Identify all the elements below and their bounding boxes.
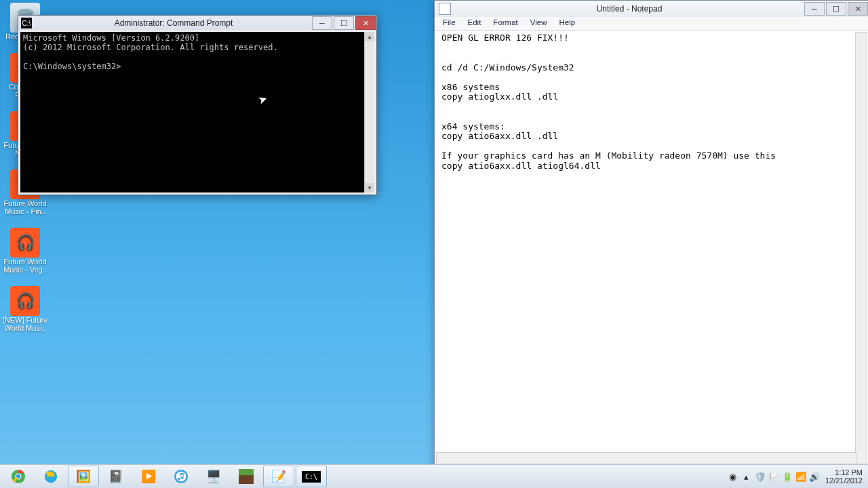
notepad-icon <box>439 3 451 15</box>
clock-date: 12/21/2012 <box>825 476 863 485</box>
monitor-icon: 🖥️ <box>206 469 221 484</box>
taskbar-ie[interactable] <box>35 466 66 487</box>
cmd-window[interactable]: C:\ Administrator: Command Prompt ─ ☐ ✕ … <box>18 15 377 195</box>
desktop-icon-music4[interactable]: 🎧 [NEW] Future World Musi.. <box>1 286 49 332</box>
notepad-window[interactable]: Untitled - Notepad ─ ☐ ✕ File Edit Forma… <box>434 0 868 466</box>
desktop-icon-music3[interactable]: 🎧 Future World Music - Veg.. <box>1 228 49 274</box>
notepad-icon: 📝 <box>271 469 286 484</box>
svg-rect-7 <box>239 469 254 475</box>
flag-icon[interactable]: 🏳️ <box>768 471 779 482</box>
itunes-icon <box>174 469 189 484</box>
scroll-up-icon[interactable]: ▲ <box>365 32 374 41</box>
play-icon: ▶️ <box>141 469 156 484</box>
taskbar-itunes[interactable] <box>165 466 197 487</box>
steam-icon[interactable]: ◉ <box>728 471 738 482</box>
close-button[interactable]: ✕ <box>848 2 868 16</box>
chrome-icon <box>11 469 26 484</box>
cmd-title: Administrator: Command Prompt <box>36 18 311 28</box>
notepad-scrollbar-horizontal[interactable] <box>436 452 856 464</box>
menu-view[interactable]: View <box>525 17 553 30</box>
minimize-button[interactable]: ─ <box>312 16 332 30</box>
cmd-body[interactable]: Microsoft Windows [Version 6.2.9200] (c)… <box>20 32 374 192</box>
taskbar-cmd[interactable]: C:\ <box>296 466 327 487</box>
taskbar-minecraft[interactable] <box>231 466 262 487</box>
headphones-icon: 🎧 <box>10 228 40 258</box>
menu-help[interactable]: Help <box>554 17 581 30</box>
minecraft-icon <box>239 469 254 484</box>
volume-icon[interactable]: 🔊 <box>809 471 820 482</box>
taskbar-doc[interactable]: 📓 <box>100 466 132 487</box>
clock-time: 1:12 PM <box>835 468 863 476</box>
desktop-icon-label: [NEW] Future World Musi.. <box>1 316 49 332</box>
desktop-icon-label: Future World Music - Fin.. <box>1 199 49 216</box>
taskbar: 🖼️ 📓 ▶️ 🖥️ 📝 C:\ ◉ ▴ 🛡️ 🏳️ 🔋 📶 🔊 1:12 PM… <box>0 464 868 488</box>
battery-icon[interactable]: 🔋 <box>782 471 793 482</box>
system-tray: ◉ ▴ 🛡️ 🏳️ 🔋 📶 🔊 1:12 PM 12/21/2012 <box>728 468 865 485</box>
close-button[interactable]: ✕ <box>355 16 376 30</box>
taskbar-pc[interactable]: 🖥️ <box>198 466 229 487</box>
cmd-icon: C:\ <box>21 18 32 28</box>
cmd-titlebar[interactable]: C:\ Administrator: Command Prompt ─ ☐ ✕ <box>18 16 376 30</box>
shield-icon[interactable]: 🛡️ <box>755 471 766 482</box>
taskbar-chrome[interactable] <box>3 466 34 487</box>
wifi-icon[interactable]: 📶 <box>795 471 806 482</box>
menu-file[interactable]: File <box>437 17 461 30</box>
minimize-button[interactable]: ─ <box>804 2 825 16</box>
notepad-window-controls: ─ ☐ ✕ <box>804 1 868 17</box>
tray-up-icon[interactable]: ▴ <box>741 471 752 482</box>
cmd-scrollbar[interactable]: ▲ ▼ <box>364 32 374 192</box>
maximize-button[interactable]: ☐ <box>826 2 846 16</box>
cmd-text-line: (c) 2012 Microsoft Corporation. All righ… <box>23 43 278 52</box>
taskbar-photos[interactable]: 🖼️ <box>68 466 99 487</box>
menu-format[interactable]: Format <box>488 17 523 30</box>
desktop-icon-label: Future World Music - Veg.. <box>1 258 49 274</box>
menu-edit[interactable]: Edit <box>462 17 487 30</box>
cmd-icon: C:\ <box>302 471 321 483</box>
notepad-titlebar[interactable]: Untitled - Notepad ─ ☐ ✕ <box>435 1 868 17</box>
taskbar-clock[interactable]: 1:12 PM 12/21/2012 <box>823 468 863 485</box>
headphones-icon: 🎧 <box>10 286 40 316</box>
taskbar-notepad[interactable]: 📝 <box>263 466 294 487</box>
image-icon: 🖼️ <box>76 469 91 484</box>
notepad-title: Untitled - Notepad <box>455 4 804 14</box>
notepad-scrollbar-vertical[interactable] <box>855 32 867 464</box>
maximize-button[interactable]: ☐ <box>334 16 354 30</box>
ie-icon <box>43 469 58 484</box>
notepad-text-area[interactable]: OPEN GL ERROR 126 FIX!!! cd /d C:/Window… <box>436 32 867 452</box>
svg-point-5 <box>176 472 186 482</box>
book-icon: 📓 <box>108 469 123 484</box>
cmd-text-line: Microsoft Windows [Version 6.2.9200] <box>23 33 199 43</box>
scroll-down-icon[interactable]: ▼ <box>365 183 374 192</box>
cmd-window-controls: ─ ☐ ✕ <box>311 15 376 31</box>
cmd-prompt: C:\Windows\system32> <box>23 62 121 71</box>
taskbar-media[interactable]: ▶️ <box>133 466 164 487</box>
notepad-menubar: File Edit Format View Help <box>435 17 868 31</box>
